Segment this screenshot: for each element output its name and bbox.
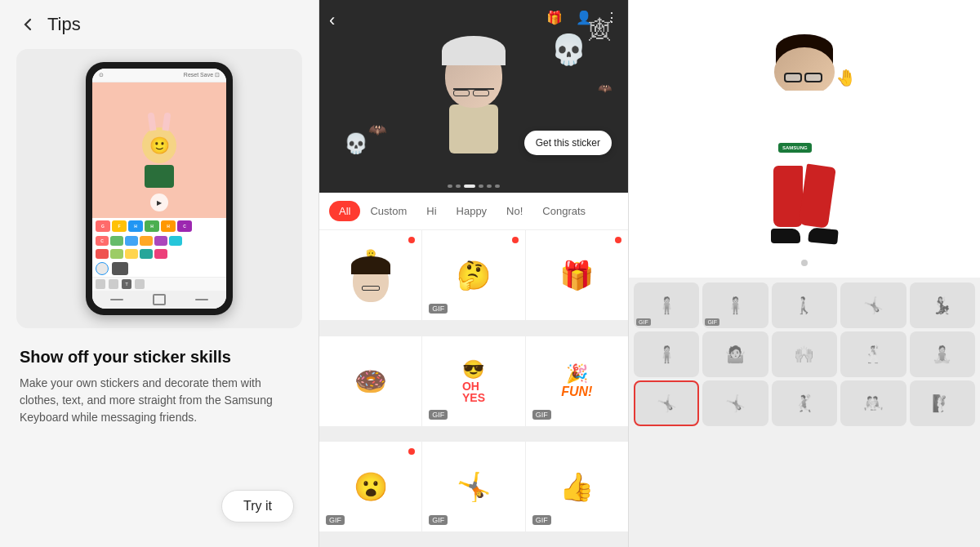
sticker-panel: ‹ 🎁 👤 ⋮ 🕸 💀 💀 🦇 🦇 bbox=[318, 0, 629, 547]
bat-icon-1: 🦇 bbox=[368, 121, 386, 139]
avatar-arms bbox=[755, 96, 853, 153]
sticker-header: ‹ 🎁 👤 ⋮ 🕸 💀 💀 🦇 🦇 bbox=[319, 0, 628, 180]
pose-cell-3[interactable]: 🚶 bbox=[772, 282, 837, 328]
pose-cell-9[interactable]: 🕺 bbox=[840, 331, 906, 377]
pose-figure-1: 🧍 bbox=[657, 296, 677, 315]
pose-figure-7: 🤷 bbox=[725, 345, 746, 364]
bat-icon-2: 🦇 bbox=[598, 82, 612, 95]
pose-cell-13[interactable]: 🤾 bbox=[772, 380, 837, 426]
pose-figure-6: 🧍 bbox=[657, 345, 677, 364]
sticker-thumb-1: G bbox=[96, 220, 110, 232]
pose-cell-6[interactable]: 🧍 bbox=[634, 331, 699, 377]
sticker-emoji-think: 🤔 bbox=[457, 259, 491, 291]
phone-content: 🙂 ▶ bbox=[92, 82, 226, 218]
sticker-thumb-3: H bbox=[128, 220, 143, 232]
sticker-cell-think[interactable]: 🤔 GIF bbox=[422, 230, 524, 320]
sticker-3 bbox=[125, 236, 138, 246]
phone-camera-icon: ⊙ bbox=[99, 72, 104, 78]
tips-text-section: Show off your sticker skills Make your o… bbox=[0, 328, 318, 439]
carousel-dot-6 bbox=[495, 185, 500, 188]
sticker-b1 bbox=[96, 249, 109, 259]
avatar-left-arm bbox=[746, 94, 770, 153]
sticker-cell-ohyes[interactable]: 😎 OHYES GIF bbox=[422, 336, 524, 426]
pose-cell-7[interactable]: 🤷 bbox=[702, 331, 768, 377]
pose-gif-badge-2: GIF bbox=[705, 318, 719, 326]
phone-mockup-container: ⊙ Reset Save ⊡ 🙂 bbox=[16, 49, 302, 328]
toolbar-icon-2 bbox=[109, 279, 118, 289]
filter-tab-custom[interactable]: Custom bbox=[360, 201, 416, 221]
pose-cell-14[interactable]: 🤼 bbox=[840, 380, 906, 426]
gif-badge-6: GIF bbox=[532, 515, 551, 525]
profile-circle bbox=[96, 262, 109, 275]
pose-figure-13: 🤾 bbox=[794, 394, 814, 413]
sticker-b3 bbox=[125, 249, 138, 259]
phone-emoji-row: C bbox=[92, 234, 226, 247]
sticker-cell-thumbs[interactable]: 👍 GIF bbox=[526, 442, 628, 531]
filter-tab-congrats[interactable]: Congrats bbox=[532, 201, 595, 221]
sticker-cell-lay[interactable]: 🤸 GIF bbox=[422, 442, 524, 531]
try-it-button[interactable]: Try it bbox=[221, 490, 294, 523]
carousel-dot-1 bbox=[448, 185, 452, 188]
phone-bottom-nav bbox=[92, 291, 226, 309]
sticker-b4 bbox=[140, 249, 153, 259]
sticker-cell-face[interactable]: 😮 GIF bbox=[319, 442, 421, 531]
spider-web-icon: 🕸 bbox=[589, 16, 612, 43]
gif-badge-4: GIF bbox=[326, 515, 345, 525]
pose-cell-1[interactable]: 🧍 GIF bbox=[634, 282, 699, 328]
avatar-panel: ✋ SAMSUNG bbox=[629, 0, 980, 547]
toolbar-icon-3: T bbox=[122, 279, 131, 289]
sticker-character bbox=[445, 42, 502, 153]
get-sticker-bubble[interactable]: Get this sticker bbox=[524, 131, 612, 155]
sticker-5 bbox=[154, 236, 167, 246]
pose-figure-4: 🤸 bbox=[863, 296, 884, 315]
sticker-ohyes-text: 😎 OHYES bbox=[462, 359, 485, 403]
avatar-right-arm bbox=[840, 92, 879, 145]
pose-cell-8[interactable]: 🙌 bbox=[772, 331, 837, 377]
phone-toolbar: T bbox=[92, 277, 226, 291]
sticker-cell-salute[interactable]: 🫡 bbox=[319, 230, 421, 320]
sticker-2 bbox=[110, 236, 123, 246]
sticker-cell-fun[interactable]: 🎉 FUN! GIF bbox=[526, 336, 628, 426]
pose-cell-2[interactable]: 🧍 GIF bbox=[702, 282, 768, 328]
pose-figure-3: 🚶 bbox=[794, 296, 814, 315]
sticker-cell-gift[interactable]: 🎁 bbox=[526, 230, 628, 320]
pose-cell-15[interactable]: 🧗 bbox=[910, 380, 975, 426]
play-button[interactable]: ▶ bbox=[150, 193, 168, 211]
pose-figure-8: 🙌 bbox=[794, 345, 814, 364]
pose-cell-4[interactable]: 🤸 bbox=[840, 282, 906, 328]
toolbar-icon-1 bbox=[96, 279, 105, 289]
back-button[interactable] bbox=[16, 13, 39, 36]
filter-tab-no[interactable]: No! bbox=[497, 201, 532, 221]
avatar-display: ✋ SAMSUNG bbox=[629, 0, 980, 278]
red-dot-2 bbox=[512, 237, 519, 243]
filter-tab-hi[interactable]: Hi bbox=[416, 201, 446, 221]
profile-icon bbox=[112, 262, 128, 275]
filter-tab-happy[interactable]: Happy bbox=[447, 201, 497, 221]
sticker-cute: C bbox=[96, 236, 109, 246]
toolbar-icon-4 bbox=[135, 279, 145, 289]
gif-badge-3: GIF bbox=[532, 410, 551, 420]
avatar-left-shoe bbox=[771, 229, 800, 243]
sticker-avatar-area: 🕸 💀 💀 🦇 🦇 Get this sticker bbox=[319, 0, 628, 180]
sticker-b5 bbox=[154, 249, 167, 259]
pose-cell-5[interactable]: 💃 bbox=[910, 282, 975, 328]
filter-tab-all[interactable]: All bbox=[329, 201, 360, 221]
gif-badge-5: GIF bbox=[429, 515, 448, 525]
avatar-right-shoe bbox=[808, 227, 838, 244]
pose-cell-11[interactable]: 🤸 bbox=[634, 380, 699, 426]
pose-cell-10[interactable]: 🧘 bbox=[910, 331, 975, 377]
red-dot-1 bbox=[408, 237, 415, 243]
carousel-dot-5 bbox=[487, 185, 492, 188]
pose-figure-15: 🧗 bbox=[932, 394, 952, 413]
carousel-dot-2 bbox=[456, 185, 461, 188]
gif-badge-1: GIF bbox=[429, 304, 448, 314]
sticker-thumb-4: H bbox=[145, 220, 159, 232]
pose-indicator-dot bbox=[801, 260, 808, 266]
phone-screen: ⊙ Reset Save ⊡ 🙂 bbox=[92, 69, 226, 309]
sticker-cell-donut[interactable]: 🍩 bbox=[319, 336, 421, 426]
nav-home bbox=[153, 294, 166, 305]
tips-panel: Tips ⊙ Reset Save ⊡ bbox=[0, 0, 318, 547]
pose-cell-12[interactable]: 🤸 bbox=[702, 380, 768, 426]
carousel-dot-4 bbox=[479, 185, 483, 188]
skull-icon-1: 💀 bbox=[550, 33, 587, 67]
